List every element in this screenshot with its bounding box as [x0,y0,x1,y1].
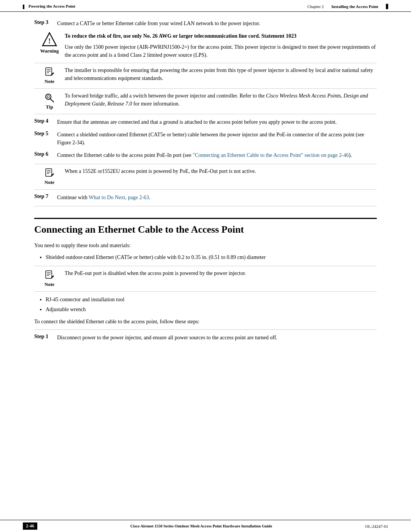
step-4-label: Step 4 [34,118,57,124]
warning-content: To reduce the risk of fire, use only No.… [65,32,377,59]
footer-doc-title: Cisco Aironet 1550 Series Outdoor Mesh A… [45,524,358,528]
note-2-label: Note [45,179,54,185]
divider-2 [34,189,377,190]
svg-rect-2 [46,68,52,75]
note-3-pencil-icon [43,269,56,281]
section-step-1-text: Disconnect power to the power injector, … [57,334,377,342]
svg-rect-14 [46,271,52,278]
step-3-label: Step 3 [34,19,57,26]
header-left-label: Powering the Access Point [23,4,75,9]
section-step-1-label: Step 1 [34,334,57,340]
step-5-label: Step 5 [34,131,57,137]
warning-body-text: Use only the 1500 power injector (AIR-PW… [65,43,377,59]
header-sidebar-bar [23,5,24,9]
header-title: Installing the Access Point [331,4,378,9]
section-conclusion: To connect the shielded Ethernet cable t… [34,318,377,326]
step-6-label: Step 6 [34,151,57,157]
tip-text-before: To forward bridge traffic, add a switch … [65,93,266,99]
section-step-1-row: Step 1 Disconnect power to the power inj… [34,334,377,342]
step-3-text: Connect a CAT5e or better Ethernet cable… [57,19,377,27]
warning-block: ! Warning To reduce the risk of fire, us… [34,32,377,59]
note-pencil-icon [43,66,56,78]
page-footer: 2-46 Cisco Aironet 1550 Series Outdoor M… [0,520,411,532]
main-content: Step 3 Connect a CAT5e or better Etherne… [0,12,411,354]
note-2-block: Note When a 1552E or1552EU access point … [34,164,377,185]
note-2-pencil-icon [43,167,56,179]
page-header: Powering the Access Point Chapter 2 Inst… [0,0,411,12]
step-6-text: Connect the Ethernet cable to the access… [57,151,377,159]
tip-key-icon [43,92,56,104]
step-4-text: Ensure that the antennas are connected a… [57,118,377,126]
footer-doc-num: OL-24247-01 [365,524,389,529]
note-1-block: Note The installer is responsible for en… [34,63,377,85]
note-3-content: The PoE-out port is disabled when the ac… [65,269,377,277]
step-7-text: Continue with What to Do Next, page 2-63… [57,193,377,201]
footer-page-num: 2-46 [23,522,37,530]
note-3-label: Note [45,281,54,288]
header-right: Chapter 2 Installing the Access Point [307,4,388,9]
note-1-icon-col: Note [34,66,65,85]
svg-point-8 [47,96,49,98]
step-5-text: Connect a shielded outdoor-rated Etherne… [57,131,377,147]
warning-main-text: To reduce the risk of fire, use only No.… [65,32,377,40]
svg-rect-10 [46,169,52,176]
bullet-item-2: RJ-45 connector and installation tool [46,296,377,304]
tip-text-after: for more information. [132,101,180,107]
divider-1 [34,114,377,114]
tip-icon-col: Tip [34,92,65,110]
note-3-block: Note The PoE-out port is disabled when t… [34,266,377,288]
section-intro: You need to supply these tools and mater… [34,241,377,249]
step-7-row: Step 7 Continue with What to Do Next, pa… [34,193,377,201]
bullet-item-1: Shielded outdoor-rated Ethernet (CAT5e o… [46,253,377,262]
warning-triangle-icon: ! [42,32,57,46]
note-1-content: The installer is responsible for ensurin… [65,66,377,82]
note-2-icon-col: Note [34,167,65,185]
warning-icon-col: ! Warning [34,32,65,54]
note-2-content: When a 1552E or1552EU access point is po… [65,167,377,175]
step-6-row: Step 6 Connect the Ethernet cable to the… [34,151,377,159]
step-7-label: Step 7 [34,193,57,200]
step-7-link[interactable]: What to Do Next, page 2-63 [89,195,149,200]
tip-block: Tip To forward bridge traffic, add a swi… [34,88,377,110]
tip-content: To forward bridge traffic, add a switch … [65,92,377,108]
svg-line-9 [50,99,54,102]
step-3-row: Step 3 Connect a CAT5e or better Etherne… [34,19,377,27]
step-6-link[interactable]: "Connecting an Ethernet Cable to the Acc… [193,152,349,158]
note-1-label: Note [45,78,54,85]
bullet-item-3: Adjustable wrench [46,305,377,314]
note-3-icon-col: Note [34,269,65,288]
step-4-row: Step 4 Ensure that the antennas are conn… [34,118,377,126]
materials-list-2: RJ-45 connector and installation tool Ad… [46,296,377,314]
divider-3 [34,206,377,206]
header-chapter: Chapter 2 [307,4,324,9]
materials-list: Shielded outdoor-rated Ethernet (CAT5e o… [46,253,377,262]
divider-4 [34,291,377,292]
warning-label: Warning [40,48,59,54]
divider-5 [34,329,377,330]
step-5-row: Step 5 Connect a shielded outdoor-rated … [34,131,377,147]
header-bar-right [386,4,388,9]
tip-label: Tip [46,104,53,110]
section-heading: Connecting an Ethernet Cable to the Acce… [34,218,377,235]
svg-text:!: ! [48,37,51,45]
